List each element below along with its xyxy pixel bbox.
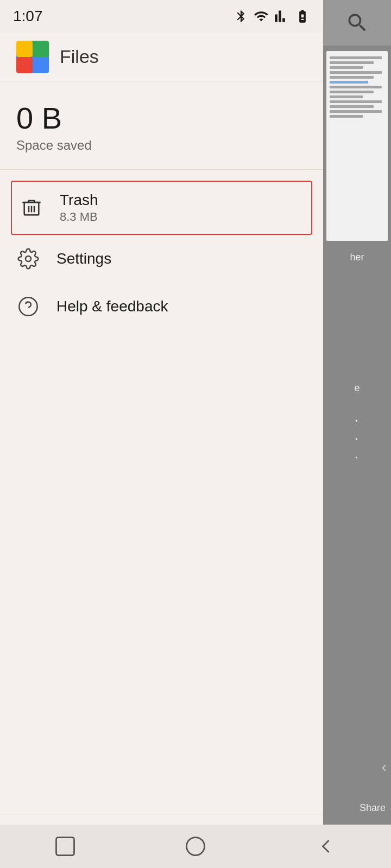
svg-rect-3 xyxy=(16,57,33,73)
space-label: Space saved xyxy=(16,138,307,153)
bluetooth-icon xyxy=(234,9,248,23)
trash-item-text: Trash 8.3 MB xyxy=(60,192,98,224)
overlay-document xyxy=(326,51,388,241)
home-square-icon xyxy=(53,834,77,858)
overlay-search-area xyxy=(323,0,391,46)
navigation-drawer: 1:07 F xyxy=(0,0,323,868)
trash-subtitle: 8.3 MB xyxy=(60,210,98,224)
wifi-icon xyxy=(254,9,269,24)
bottom-navigation xyxy=(0,825,391,868)
overlay-arrow: ‹ xyxy=(382,758,387,776)
home-circle-icon xyxy=(184,834,207,858)
settings-icon xyxy=(16,247,40,271)
status-time: 1:07 xyxy=(13,8,43,25)
menu-item-help[interactable]: Help & feedback xyxy=(0,283,323,330)
nav-back-button[interactable] xyxy=(307,833,345,860)
overlay-text-e: e xyxy=(351,377,362,399)
menu-item-trash[interactable]: Trash 8.3 MB xyxy=(11,181,312,235)
svg-point-9 xyxy=(26,256,31,261)
help-icon xyxy=(16,295,40,318)
space-amount: 0 B xyxy=(16,103,307,133)
status-icons xyxy=(234,9,310,24)
svg-rect-4 xyxy=(33,57,49,73)
svg-point-10 xyxy=(19,297,37,315)
menu-list: Trash 8.3 MB Settings xyxy=(0,170,323,814)
background-content: her e ··· ‹ Share xyxy=(323,0,391,868)
trash-icon xyxy=(20,196,43,220)
signal-icon xyxy=(274,9,289,24)
drawer-status-bar: 1:07 xyxy=(0,0,323,33)
settings-title: Settings xyxy=(56,250,111,267)
svg-rect-12 xyxy=(56,838,74,856)
app-title: Files xyxy=(60,46,99,67)
svg-point-13 xyxy=(187,838,205,856)
menu-item-settings[interactable]: Settings xyxy=(0,235,323,283)
svg-rect-2 xyxy=(33,41,49,57)
battery-icon xyxy=(295,9,310,24)
back-triangle-icon xyxy=(314,834,338,858)
space-saved-section: 0 B Space saved xyxy=(0,81,323,170)
help-item-text: Help & feedback xyxy=(56,298,168,315)
nav-circle-button[interactable] xyxy=(176,833,215,860)
settings-item-text: Settings xyxy=(56,250,111,267)
trash-title: Trash xyxy=(60,192,98,209)
app-header: Files xyxy=(0,33,323,81)
overlay-share-text: Share xyxy=(360,802,386,814)
overlay-text-her: her xyxy=(347,246,367,269)
app-logo xyxy=(16,41,49,73)
overlay-dots: ··· xyxy=(354,399,360,476)
help-title: Help & feedback xyxy=(56,298,168,315)
svg-rect-1 xyxy=(16,41,33,57)
nav-square-button[interactable] xyxy=(46,833,84,860)
